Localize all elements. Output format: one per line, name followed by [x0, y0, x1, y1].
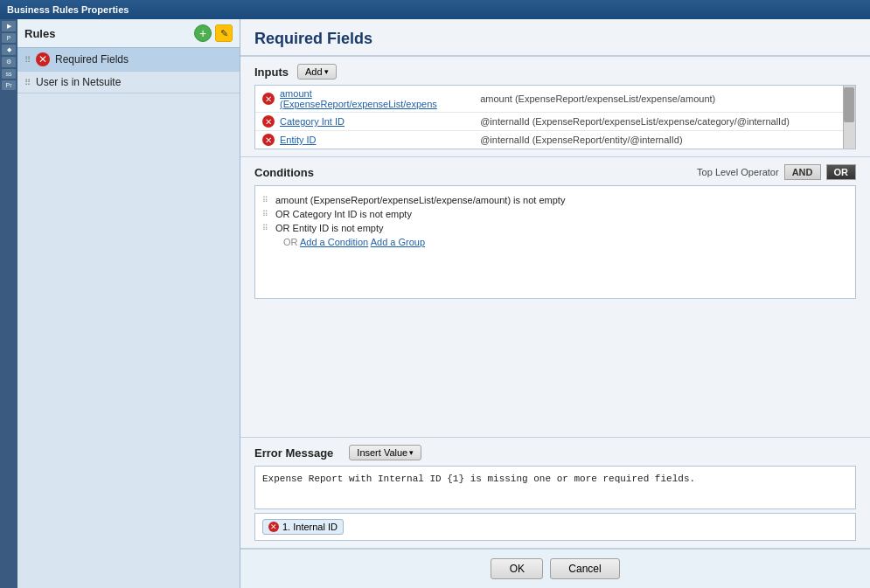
edit-rule-button[interactable]: ✎	[215, 24, 233, 42]
rules-header: Rules + ✎	[17, 19, 240, 48]
footer: OK Cancel	[240, 549, 870, 588]
condition-text-2: OR Category Int ID is not empty	[275, 209, 412, 219]
insert-value-button[interactable]: Insert Value	[349, 445, 421, 460]
input-row-amount: ✕ amount(ExpenseReport/expenseList/expen…	[255, 86, 843, 113]
content-title: Required Fields	[240, 19, 870, 57]
inputs-table: ✕ amount(ExpenseReport/expenseList/expen…	[254, 85, 856, 149]
inputs-add-button[interactable]: Add	[297, 64, 337, 80]
rule-item-required-fields[interactable]: ⠿ ✕ Required Fields	[17, 48, 240, 72]
icon-strip-item-6[interactable]: Pr	[2, 80, 16, 90]
inputs-scrollbar[interactable]	[843, 86, 855, 149]
condition-text-1: amount (ExpenseReport/expenseList/expens…	[275, 195, 565, 205]
input-name-category[interactable]: Category Int ID	[280, 116, 472, 127]
inputs-section: Inputs Add ✕ amount(ExpenseReport/expens…	[240, 57, 870, 157]
top-level-operator-label: Top Level Operator	[697, 167, 779, 177]
top-level-operator: Top Level Operator AND OR	[697, 164, 856, 180]
condition-row-2: ⠿ OR Category Int ID is not empty	[262, 207, 848, 221]
param-chip-1: ✕ 1. Internal ID	[262, 519, 344, 535]
condition-text-3: OR Entity ID is not empty	[275, 223, 383, 233]
scrollbar-thumb[interactable]	[844, 87, 854, 122]
add-rule-button[interactable]: +	[194, 24, 212, 42]
conditions-header: Conditions Top Level Operator AND OR	[254, 164, 856, 180]
icon-strip-item-4[interactable]: ⚙	[2, 57, 16, 67]
conditions-section: Conditions Top Level Operator AND OR ⠿ a…	[240, 157, 870, 438]
error-message-box[interactable]: Expense Report with Internal ID {1} is m…	[254, 466, 856, 509]
add-condition-row: OR Add a Condition Add a Group	[262, 235, 848, 247]
left-panel: Rules + ✎ ⠿ ✕ Required Fields ⠿ User is …	[17, 19, 240, 588]
right-panel: Required Fields Inputs Add ✕ amount(Expe…	[240, 19, 870, 588]
inputs-section-title: Inputs	[254, 66, 289, 79]
remove-entity-button[interactable]: ✕	[262, 134, 275, 146]
condition-handle-3: ⠿	[262, 224, 268, 232]
error-section: Error Message Insert Value Expense Repor…	[240, 438, 870, 549]
condition-handle-2: ⠿	[262, 210, 268, 218]
icon-strip-item-2[interactable]: P	[2, 33, 16, 43]
and-operator-button[interactable]: AND	[784, 164, 821, 180]
left-icon-strip: ▶ P ◆ ⚙ ss Pr	[0, 19, 17, 588]
drag-handle-required-fields: ⠿	[24, 55, 31, 65]
input-name-amount[interactable]: amount(ExpenseReport/expenseList/expens	[280, 88, 472, 109]
conditions-section-title: Conditions	[254, 166, 314, 179]
rule-name-required-fields: Required Fields	[55, 53, 129, 66]
title-bar-label: Business Rules Properties	[7, 4, 129, 15]
rule-item-user-netsuite[interactable]: ⠿ User is in Netsuite	[17, 72, 240, 93]
condition-row-3: ⠿ OR Entity ID is not empty	[262, 221, 848, 235]
icon-strip-item-5[interactable]: ss	[2, 69, 16, 79]
remove-category-button[interactable]: ✕	[262, 115, 275, 128]
input-name-entity[interactable]: Entity ID	[280, 135, 472, 145]
icon-strip-item-3[interactable]: ◆	[2, 45, 16, 55]
remove-amount-button[interactable]: ✕	[262, 93, 275, 105]
input-row-category: ✕ Category Int ID @internalId (ExpenseRe…	[255, 113, 843, 131]
conditions-box: ⠿ amount (ExpenseReport/expenseList/expe…	[254, 185, 856, 299]
ok-button[interactable]: OK	[491, 558, 543, 579]
add-group-link[interactable]: Add a Group	[371, 237, 425, 247]
drag-handle-user-netsuite: ⠿	[24, 78, 31, 87]
inputs-scroll-content: ✕ amount(ExpenseReport/expenseList/expen…	[255, 86, 843, 149]
param-chip-label-1: 1. Internal ID	[282, 522, 338, 532]
input-value-entity: @internalId (ExpenseReport/entity/@inter…	[472, 135, 683, 145]
condition-row-1: ⠿ amount (ExpenseReport/expenseList/expe…	[262, 193, 848, 207]
rules-actions: + ✎	[194, 24, 233, 42]
input-value-category: @internalId (ExpenseReport/expenseList/e…	[472, 116, 790, 127]
error-message-text: Expense Report with Internal ID {1} is m…	[262, 474, 695, 484]
rule-name-user-netsuite: User is in Netsuite	[36, 76, 121, 88]
icon-strip-item-1[interactable]: ▶	[2, 21, 16, 31]
condition-handle-1: ⠿	[262, 196, 268, 204]
input-row-entity: ✕ Entity ID @internalId (ExpenseReport/e…	[255, 131, 843, 149]
inputs-section-header: Inputs Add	[254, 64, 856, 80]
add-condition-link[interactable]: Add a Condition	[300, 237, 368, 247]
param-chip-remove-1[interactable]: ✕	[268, 522, 279, 532]
rules-title: Rules	[24, 27, 55, 40]
error-section-title: Error Message	[254, 446, 333, 460]
remove-required-fields-button[interactable]: ✕	[36, 52, 50, 66]
input-value-amount: amount (ExpenseReport/expenseList/expens…	[472, 93, 715, 104]
add-condition-prefix: OR	[283, 237, 300, 247]
or-operator-button[interactable]: OR	[826, 164, 857, 180]
cancel-button[interactable]: Cancel	[550, 558, 619, 579]
error-header: Error Message Insert Value	[254, 445, 856, 460]
error-params-box: ✕ 1. Internal ID	[254, 513, 856, 541]
